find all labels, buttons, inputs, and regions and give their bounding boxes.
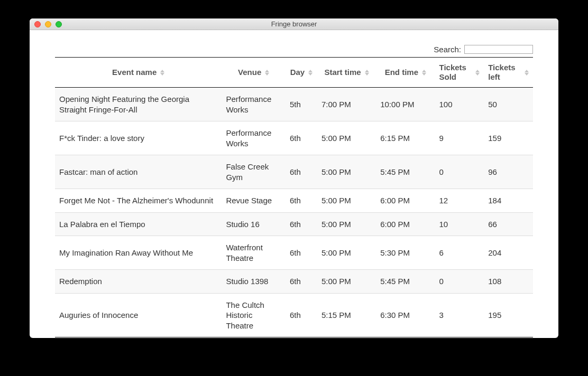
cell-sold: 0	[435, 270, 484, 294]
cell-event: Fastcar: man of action	[55, 155, 222, 189]
search-label: Search:	[434, 45, 461, 54]
cell-end: 6:00 PM	[376, 189, 435, 213]
cell-event: F*ck Tinder: a love story	[55, 121, 222, 155]
events-table: Event name Venue Day Start time End time…	[55, 57, 533, 337]
sort-icon	[160, 70, 164, 76]
cell-venue: False Creek Gym	[222, 155, 286, 189]
cell-sold: 9	[435, 121, 484, 155]
cell-start: 5:00 PM	[317, 155, 376, 189]
col-header-label: Event name	[112, 68, 157, 77]
window-title: Fringe browser	[30, 20, 558, 28]
cell-start: 5:00 PM	[317, 121, 376, 155]
cell-start: 5:00 PM	[317, 270, 376, 294]
cell-left: 204	[484, 236, 533, 270]
cell-day: 5th	[286, 88, 317, 121]
col-header-label: End time	[385, 68, 418, 77]
col-header-label: Day	[290, 68, 305, 77]
table-row[interactable]: Fastcar: man of actionFalse Creek Gym6th…	[55, 155, 533, 189]
cell-end: 5:45 PM	[376, 270, 435, 294]
cell-sold: 100	[435, 88, 484, 121]
table-row[interactable]: La Palabra en el TiempoStudio 166th5:00 …	[55, 212, 533, 236]
cell-day: 6th	[286, 212, 317, 236]
close-icon[interactable]	[34, 21, 41, 27]
sort-icon	[365, 70, 369, 76]
cell-event: My Imagination Ran Away Without Me	[55, 236, 222, 270]
sort-icon	[475, 70, 480, 76]
col-header-venue[interactable]: Venue	[222, 58, 286, 88]
col-header-label: Tickets left	[488, 63, 521, 82]
col-header-sold[interactable]: Tickets Sold	[435, 58, 484, 88]
col-header-start[interactable]: Start time	[317, 58, 376, 88]
cell-left: 195	[484, 293, 533, 337]
cell-sold: 6	[435, 236, 484, 270]
table-header-row: Event name Venue Day Start time End time…	[55, 58, 533, 88]
cell-venue: Waterfront Theatre	[222, 236, 286, 270]
cell-start: 5:15 PM	[317, 293, 376, 337]
cell-left: 66	[484, 212, 533, 236]
cell-end: 10:00 PM	[376, 88, 435, 121]
cell-event: La Palabra en el Tiempo	[55, 212, 222, 236]
cell-event: Redemption	[55, 270, 222, 294]
cell-day: 6th	[286, 270, 317, 294]
cell-venue: Performance Works	[222, 121, 286, 155]
col-header-event[interactable]: Event name	[55, 58, 222, 88]
sort-icon	[525, 70, 529, 76]
table-row[interactable]: Forget Me Not - The Alzheimer's Whodunni…	[55, 189, 533, 213]
cell-end: 6:30 PM	[376, 293, 435, 337]
cell-sold: 12	[435, 189, 484, 213]
table-row[interactable]: RedemptionStudio 13986th5:00 PM5:45 PM01…	[55, 270, 533, 294]
titlebar: Fringe browser	[30, 18, 558, 30]
cell-venue: Revue Stage	[222, 189, 286, 213]
col-header-label: Tickets Sold	[439, 63, 472, 82]
col-header-left[interactable]: Tickets left	[484, 58, 533, 88]
table-body: Opening Night Featuring the Georgia Stra…	[55, 88, 533, 337]
cell-event: Forget Me Not - The Alzheimer's Whodunni…	[55, 189, 222, 213]
col-header-end[interactable]: End time	[376, 58, 435, 88]
search-row: Search:	[55, 45, 533, 54]
app-window: Fringe browser Search: Event name Venue …	[30, 18, 558, 338]
cell-day: 6th	[286, 293, 317, 337]
cell-venue: Performance Works	[222, 88, 286, 121]
content-area: Search: Event name Venue Day Start time …	[30, 30, 558, 338]
cell-left: 159	[484, 121, 533, 155]
cell-start: 5:00 PM	[317, 212, 376, 236]
cell-sold: 0	[435, 155, 484, 189]
cell-day: 6th	[286, 189, 317, 213]
cell-end: 5:30 PM	[376, 236, 435, 270]
window-controls	[34, 21, 62, 27]
cell-left: 50	[484, 88, 533, 121]
cell-event: Auguries of Innocence	[55, 293, 222, 337]
table-row[interactable]: Opening Night Featuring the Georgia Stra…	[55, 88, 533, 121]
cell-start: 5:00 PM	[317, 189, 376, 213]
cell-left: 184	[484, 189, 533, 213]
cell-end: 6:00 PM	[376, 212, 435, 236]
cell-venue: The Cultch Historic Theatre	[222, 293, 286, 337]
cell-sold: 10	[435, 212, 484, 236]
cell-left: 108	[484, 270, 533, 294]
cell-end: 5:45 PM	[376, 155, 435, 189]
cell-end: 6:15 PM	[376, 121, 435, 155]
col-header-label: Venue	[238, 68, 261, 77]
table-row[interactable]: F*ck Tinder: a love storyPerformance Wor…	[55, 121, 533, 155]
cell-day: 6th	[286, 236, 317, 270]
cell-left: 96	[484, 155, 533, 189]
sort-icon	[308, 70, 313, 76]
cell-event: Opening Night Featuring the Georgia Stra…	[55, 88, 222, 121]
cell-day: 6th	[286, 121, 317, 155]
col-header-day[interactable]: Day	[286, 58, 317, 88]
sort-icon	[265, 70, 269, 76]
table-row[interactable]: My Imagination Ran Away Without MeWaterf…	[55, 236, 533, 270]
cell-start: 7:00 PM	[317, 88, 376, 121]
maximize-icon[interactable]	[56, 21, 62, 27]
sort-icon	[422, 70, 426, 76]
table-row[interactable]: Auguries of InnocenceThe Cultch Historic…	[55, 293, 533, 337]
minimize-icon[interactable]	[45, 21, 51, 27]
cell-venue: Studio 1398	[222, 270, 286, 294]
col-header-label: Start time	[324, 68, 361, 77]
cell-sold: 3	[435, 293, 484, 337]
search-input[interactable]	[464, 45, 533, 54]
cell-venue: Studio 16	[222, 212, 286, 236]
cell-day: 6th	[286, 155, 317, 189]
cell-start: 5:00 PM	[317, 236, 376, 270]
